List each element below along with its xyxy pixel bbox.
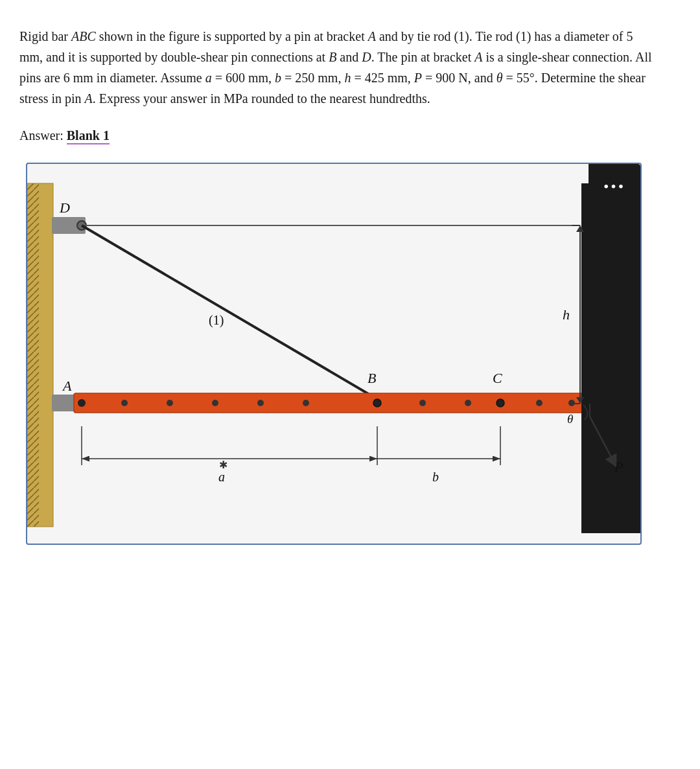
- svg-text:B: B: [368, 370, 376, 386]
- svg-text:b: b: [432, 470, 439, 484]
- diagram-container: ••• (1): [26, 163, 642, 545]
- svg-point-18: [419, 400, 426, 406]
- svg-point-21: [536, 400, 542, 406]
- svg-point-14: [212, 400, 218, 406]
- svg-point-19: [465, 400, 471, 406]
- svg-text:h: h: [563, 306, 570, 323]
- problem-line1: Rigid bar ABC shown in the figure is sup…: [19, 29, 652, 106]
- svg-text:A: A: [62, 378, 72, 394]
- svg-point-17: [373, 399, 381, 407]
- svg-text:D: D: [59, 200, 70, 216]
- svg-point-12: [121, 400, 128, 406]
- answer-label: Answer:: [19, 128, 67, 143]
- svg-point-11: [78, 399, 86, 407]
- svg-point-16: [303, 400, 309, 406]
- problem-text: Rigid bar ABC shown in the figure is sup…: [19, 26, 655, 109]
- svg-point-20: [496, 399, 504, 407]
- three-dots-button[interactable]: •••: [589, 164, 640, 209]
- svg-line-8: [82, 225, 377, 399]
- svg-text:C: C: [493, 370, 502, 386]
- svg-text:a: a: [218, 470, 225, 484]
- svg-text:✱: ✱: [219, 459, 228, 470]
- svg-text:θ: θ: [567, 412, 573, 426]
- diagram-svg: (1): [27, 164, 640, 544]
- blank-1-link[interactable]: Blank 1: [67, 128, 110, 144]
- svg-rect-1: [27, 183, 39, 527]
- svg-text:(1): (1): [209, 313, 224, 328]
- three-dots-icon: •••: [603, 178, 625, 196]
- svg-rect-23: [581, 183, 642, 533]
- answer-section: Answer: Blank 1: [19, 128, 674, 143]
- svg-rect-10: [74, 393, 591, 413]
- svg-point-15: [257, 400, 264, 406]
- svg-text:P: P: [614, 459, 623, 475]
- svg-point-13: [167, 400, 173, 406]
